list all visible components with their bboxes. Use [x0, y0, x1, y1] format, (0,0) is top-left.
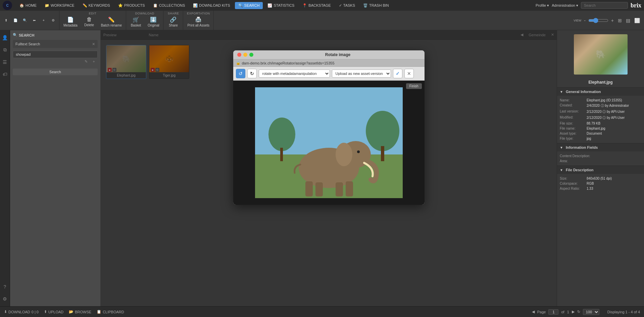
grid-view-button[interactable]: ⊞ [616, 16, 623, 25]
clipboard-icon: 📋 [97, 310, 101, 314]
app-logo[interactable]: C [3, 1, 12, 10]
download-count: 0 | 0 [32, 310, 39, 314]
filesize-value: 88.79 KB [587, 122, 641, 125]
metadata-button[interactable]: 📄 Metadata [61, 15, 80, 29]
toolbar-file-icon[interactable]: 📄 [11, 17, 19, 24]
batch-rename-icon: ✏️ [108, 16, 115, 23]
toolbar-upload-icon[interactable]: ⬆ [2, 17, 10, 24]
sidebar-tag-icon[interactable]: 🏷 [1, 70, 9, 79]
svg-rect-4 [280, 148, 283, 161]
toolbar-back-icon[interactable]: ⬅ [30, 17, 38, 24]
print-icon: 🖨️ [195, 16, 202, 23]
right-panel-asset-name: Elephant.jpg [557, 79, 644, 87]
created-value: 2/4/2020 ⓘ by Administrator [587, 103, 641, 108]
metadata-icon: 📄 [67, 16, 74, 23]
info-fields-header[interactable]: ▼ Information Fields [557, 143, 644, 151]
toolbar-edit-group: EDIT 📄 Metadata 🗑 Delete ✏️ Batch rename [59, 11, 126, 30]
toolbar-add-icon[interactable]: + [40, 17, 48, 24]
sidebar-layers-icon[interactable]: ⧉ [1, 45, 9, 55]
sidebar-filter-icon[interactable]: ☰ [1, 57, 9, 67]
fulltext-search-input[interactable] [13, 51, 98, 58]
nav-keywords[interactable]: ✏️ KEYWORDS [79, 2, 113, 9]
filter-add-button[interactable]: + [90, 59, 98, 64]
nav-tasks[interactable]: ✓ TASKS [336, 2, 358, 9]
filter-suffix-button[interactable]: ✎ [82, 59, 90, 64]
window-maximize-button[interactable] [249, 53, 253, 57]
assettype-label: Asset type: [560, 132, 587, 135]
rotate-right-button[interactable]: ↻ [247, 69, 257, 78]
toolbar-settings-icon[interactable]: ⚙ [49, 17, 57, 24]
name-label: Name: [560, 98, 587, 102]
brix-logo: brix [631, 2, 641, 9]
info-row-filesize: File size: 88.79 KB [560, 121, 641, 126]
backstage-icon: 📍 [302, 3, 307, 8]
toolbar-download-group: DOWNLOAD 🛒 Basket ⬇️ Original [126, 11, 163, 30]
file-desc-header[interactable]: ▼ File Description [557, 166, 644, 174]
nav-statistics[interactable]: 📈 STATISTICS [264, 2, 298, 9]
clipboard-label: CLIPBOARD [103, 310, 124, 314]
modal-confirm-button[interactable]: ✓ [393, 69, 402, 78]
display-info: Displaying 1 - 4 of 4 [607, 310, 640, 314]
page-of: of [561, 310, 564, 314]
download-button[interactable]: ⬇ DOWNLOAD 0 | 0 [4, 310, 39, 314]
expand-panel-button[interactable]: ⬜ [633, 16, 641, 25]
modal-title: Rotate image [255, 52, 420, 57]
share-group-label: SHARE [163, 11, 183, 15]
upload-mode-select[interactable]: Upload as new asset-version Replace exis… [332, 70, 391, 78]
profile-dropdown[interactable]: Profile ▾ [536, 3, 549, 8]
nav-download-kits[interactable]: 📊 DOWNLOAD KITS [190, 2, 233, 9]
toolbar-search-icon[interactable]: 🔍 [21, 17, 29, 24]
nav-products[interactable]: ⭐ PRODUCTS [115, 2, 148, 9]
next-page-button[interactable]: ▶ [572, 310, 575, 314]
panel-view-button[interactable]: ▤ [625, 16, 632, 25]
main-toolbar: ⬆ 📄 🔍 ⬅ + ⚙ EDIT 📄 Metadata 🗑 Delete ✏️ … [0, 11, 644, 30]
rotation-mode-select[interactable]: rotate with metadatamanipulation rotate … [259, 70, 330, 78]
print-all-assets-button[interactable]: 🖨️ Print all Assets [185, 15, 212, 29]
window-minimize-button[interactable] [243, 53, 247, 57]
nav-home[interactable]: 🏠 HOME [16, 2, 40, 9]
nav-trash-bin[interactable]: 🗑️ TRASH BIN [360, 2, 392, 9]
clipboard-button[interactable]: 📋 CLIPBOARD [97, 310, 124, 314]
sidebar-account-icon[interactable]: ⚙ [1, 294, 9, 304]
rotate-left-button[interactable]: ↺ [236, 69, 245, 78]
info-row-modified: Modified: 2/12/2020 ⓘ by API-User [560, 115, 641, 121]
original-button[interactable]: ⬇️ Original [145, 15, 162, 29]
nav-backstage[interactable]: 📍 BACKSTAGE [299, 2, 334, 9]
info-row-last-version: Last version: 2/12/2020 ⓘ by API-User [560, 109, 641, 115]
download-arrow-icon: ⬇ [4, 310, 7, 314]
finish-button[interactable]: Finish [406, 83, 422, 89]
share-button[interactable]: 🔗 Share [165, 15, 182, 29]
zoom-in-button[interactable]: + [610, 16, 615, 25]
nav-search[interactable]: 🔍 SEARCH [235, 2, 263, 9]
filename-value: Elephant.jpg [587, 127, 641, 130]
global-search-input[interactable] [581, 2, 628, 9]
prev-page-button[interactable]: ◀ [532, 310, 535, 314]
batch-rename-button[interactable]: ✏️ Batch rename [98, 15, 125, 29]
sidebar-help-icon[interactable]: ? [2, 282, 8, 291]
filter-close-button[interactable]: × [92, 41, 95, 47]
content-desc-label: Content Description: [560, 153, 641, 158]
zoom-out-button[interactable]: - [583, 16, 587, 25]
modal-close-button[interactable]: ✕ [404, 69, 414, 78]
sidebar-user-icon[interactable]: 👤 [0, 33, 10, 42]
name-value: Elephant.jpg (ID:15355) [587, 98, 641, 102]
browse-button[interactable]: 📂 BROWSE [69, 310, 91, 314]
nav-workspace[interactable]: 📁 WORKSPACE [41, 2, 78, 9]
zoom-select[interactable]: 100 50 75 150 200 [583, 309, 599, 315]
share-icon: 🔗 [170, 16, 177, 23]
upload-button[interactable]: ⬆ UPLOAD [44, 310, 63, 314]
general-info-header[interactable]: ▼ General Information [557, 87, 644, 96]
main-content: 👤 ⧉ ☰ 🏷 ? ⚙ 🔍 SEARCH Fulltext Search × ✎… [0, 30, 644, 306]
delete-button[interactable]: 🗑 Delete [81, 15, 98, 29]
basket-button[interactable]: 🛒 Basket [128, 15, 144, 29]
search-panel: 🔍 SEARCH Fulltext Search × ✎ + Search [10, 30, 101, 306]
window-close-button[interactable] [237, 53, 241, 57]
refresh-button[interactable]: ↻ [577, 310, 580, 314]
page-input[interactable] [548, 309, 558, 315]
nav-collections[interactable]: 📋 COLLECTIONS [150, 2, 189, 9]
admin-dropdown[interactable]: Administration ▾ [552, 3, 578, 8]
zoom-slider[interactable] [588, 18, 608, 23]
search-submit-button[interactable]: Search [13, 69, 98, 75]
home-icon: 🏠 [19, 3, 24, 8]
search-panel-header: 🔍 SEARCH [10, 30, 100, 40]
